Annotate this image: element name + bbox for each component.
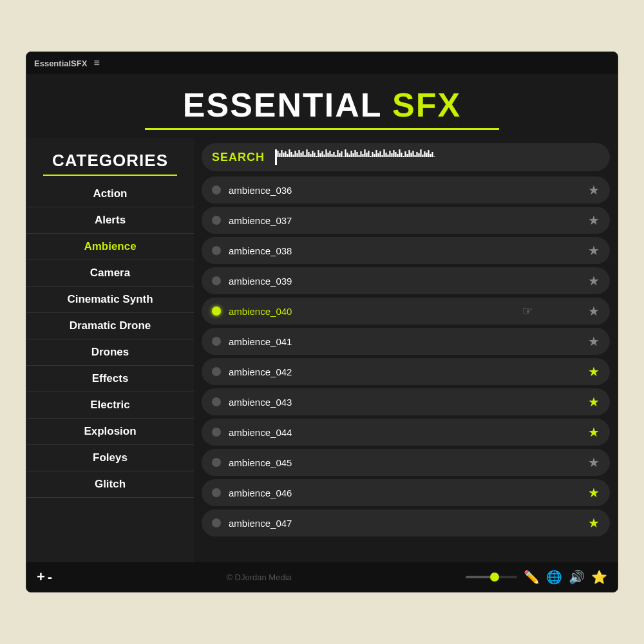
sound-name: ambience_043 [229, 397, 588, 408]
sidebar-item-action[interactable]: Action [26, 181, 194, 207]
edit-icon[interactable]: ✏️ [524, 569, 540, 585]
categories-list: ActionAlertsAmbienceCameraCinematic Synt… [26, 181, 194, 498]
play-dot[interactable] [212, 216, 221, 225]
volume-slider[interactable] [466, 576, 517, 578]
star-icon[interactable]: ★ [588, 485, 600, 500]
play-dot[interactable] [212, 185, 221, 194]
sidebar-item-foleys[interactable]: Foleys [26, 445, 194, 471]
search-label: SEARCH [212, 151, 265, 164]
play-dot[interactable] [212, 246, 221, 255]
sound-name: ambience_040 [229, 306, 588, 317]
star-icon[interactable]: ★ [588, 364, 600, 379]
star-icon[interactable]: ★ [588, 394, 600, 410]
sound-row[interactable]: ambience_040☞★ [202, 298, 610, 325]
zoom-out-button[interactable]: - [48, 570, 52, 584]
play-dot[interactable] [212, 488, 221, 497]
globe-icon[interactable]: 🌐 [546, 569, 562, 585]
play-dot[interactable] [212, 276, 221, 285]
categories-underline [43, 175, 177, 176]
title-bar: EssentialSFX ≡ [26, 52, 618, 74]
star-icon[interactable]: ★ [588, 455, 600, 470]
waveform-display [271, 147, 600, 167]
sidebar-item-effects[interactable]: Effects [26, 366, 194, 392]
sidebar-item-glitch[interactable]: Glitch [26, 471, 194, 498]
main-content: SEARCH [194, 138, 618, 562]
heading-sfx: SFX [392, 86, 461, 124]
sound-name: ambience_038 [229, 245, 588, 256]
sidebar-item-explosion[interactable]: Explosion [26, 419, 194, 445]
categories-title: CATEGORIES [26, 144, 194, 173]
star-icon[interactable]: ★ [588, 213, 600, 228]
sound-row[interactable]: ambience_047★ [202, 509, 610, 536]
search-bar[interactable]: SEARCH [202, 143, 610, 171]
sounds-list: ambience_036★ambience_037★ambience_038★a… [202, 176, 610, 536]
sound-name: ambience_044 [229, 427, 588, 438]
bottom-bar: + - © DJordan Media ✏️ 🌐 🔊 ⭐ [26, 562, 618, 592]
sound-row[interactable]: ambience_036★ [202, 176, 610, 204]
main-header: ESSENTIAL SFX [26, 74, 618, 138]
app-heading: ESSENTIAL SFX [26, 86, 618, 124]
content-area: CATEGORIES ActionAlertsAmbienceCameraCin… [26, 138, 618, 562]
sound-name: ambience_047 [229, 518, 588, 529]
bottom-right-controls: ✏️ 🌐 🔊 ⭐ [466, 569, 607, 585]
star-icon[interactable]: ★ [588, 424, 600, 440]
favorites-icon[interactable]: ⭐ [591, 569, 607, 585]
slider-fill [466, 576, 491, 578]
star-icon[interactable]: ★ [588, 273, 600, 289]
play-dot[interactable] [212, 458, 221, 467]
cursor-indicator: ☞ [522, 304, 533, 318]
sound-name: ambience_036 [229, 185, 588, 196]
sound-row[interactable]: ambience_046★ [202, 479, 610, 506]
sound-row[interactable]: ambience_043★ [202, 388, 610, 415]
copyright-text: © DJordan Media [52, 573, 466, 582]
star-icon[interactable]: ★ [588, 243, 600, 258]
star-icon[interactable]: ★ [588, 334, 600, 349]
play-dot[interactable] [212, 367, 221, 376]
star-icon[interactable]: ★ [588, 182, 600, 198]
volume-icon[interactable]: 🔊 [569, 569, 585, 585]
sound-name: ambience_042 [229, 366, 588, 377]
sound-name: ambience_037 [229, 215, 588, 226]
heading-essential: ESSENTIAL [183, 86, 382, 124]
sidebar-item-alerts[interactable]: Alerts [26, 207, 194, 234]
header-underline [145, 128, 500, 130]
zoom-in-button[interactable]: + [37, 570, 45, 584]
sound-row[interactable]: ambience_044★ [202, 419, 610, 446]
zoom-controls: + - [37, 570, 52, 584]
sidebar-item-dramatic-drone[interactable]: Dramatic Drone [26, 313, 194, 339]
sidebar-item-ambience[interactable]: Ambience [26, 234, 194, 260]
play-dot[interactable] [212, 337, 221, 346]
sidebar-item-cinematic-synth[interactable]: Cinematic Synth [26, 287, 194, 313]
app-window: EssentialSFX ≡ ESSENTIAL SFX CATEGORIES … [26, 52, 618, 592]
slider-thumb[interactable] [490, 573, 499, 582]
sound-name: ambience_046 [229, 488, 588, 498]
sound-name: ambience_041 [229, 336, 588, 347]
sidebar: CATEGORIES ActionAlertsAmbienceCameraCin… [26, 138, 194, 562]
sound-row[interactable]: ambience_037★ [202, 207, 610, 234]
sound-row[interactable]: ambience_045★ [202, 449, 610, 476]
sound-row[interactable]: ambience_042★ [202, 358, 610, 385]
sound-name: ambience_039 [229, 276, 588, 287]
sound-row[interactable]: ambience_039★ [202, 267, 610, 294]
sound-name: ambience_045 [229, 457, 588, 468]
sidebar-item-electric[interactable]: Electric [26, 392, 194, 419]
sidebar-item-drones[interactable]: Drones [26, 339, 194, 366]
play-dot[interactable] [212, 397, 221, 406]
sound-row[interactable]: ambience_038★ [202, 237, 610, 264]
play-dot[interactable] [212, 518, 221, 527]
star-icon[interactable]: ★ [588, 303, 600, 319]
slider-track[interactable] [466, 576, 517, 578]
play-dot[interactable] [212, 307, 221, 316]
star-icon[interactable]: ★ [588, 515, 600, 531]
app-title: EssentialSFX [34, 59, 87, 68]
sidebar-item-camera[interactable]: Camera [26, 260, 194, 287]
play-dot[interactable] [212, 428, 221, 437]
sound-row[interactable]: ambience_041★ [202, 328, 610, 355]
menu-icon[interactable]: ≡ [93, 57, 99, 69]
